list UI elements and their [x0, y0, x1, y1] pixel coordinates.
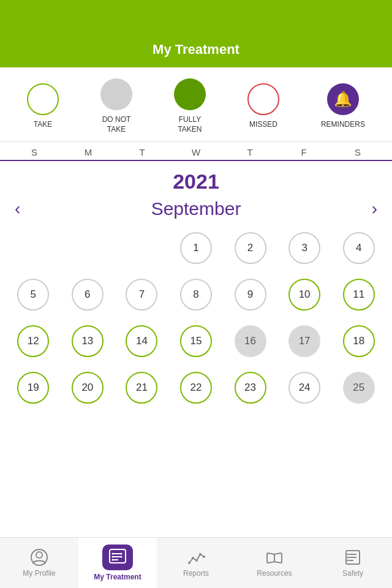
svg-point-15	[203, 556, 205, 558]
cal-day-13[interactable]: 13	[61, 320, 115, 363]
cal-day-20[interactable]: 20	[61, 366, 115, 409]
svg-point-12	[192, 557, 194, 559]
fully-taken-circle	[174, 78, 206, 110]
cal-day-22[interactable]: 22	[169, 366, 224, 409]
cal-day-11[interactable]: 11	[331, 273, 386, 316]
cal-day-21[interactable]: 21	[115, 366, 169, 409]
day-headers: S M T W T F S	[0, 142, 392, 161]
treatment-icon	[108, 547, 127, 565]
svg-point-22	[347, 557, 349, 559]
legend-reminders: 🔔 REMINDERS	[321, 83, 365, 130]
cal-day-14[interactable]: 14	[115, 320, 169, 363]
svg-point-23	[347, 560, 349, 562]
nav-resources[interactable]: Resources	[235, 538, 314, 588]
nav-my-treatment-label: My Treatment	[94, 573, 141, 581]
day-header-thu: T	[223, 147, 277, 157]
nav-resources-label: Resources	[257, 569, 292, 578]
cal-day-8[interactable]: 8	[169, 273, 224, 316]
cal-day-12[interactable]: 12	[6, 320, 61, 363]
svg-point-8	[112, 559, 114, 561]
reports-icon	[187, 548, 205, 567]
cal-cell-empty	[115, 227, 169, 270]
take-circle	[27, 83, 59, 115]
day-header-mon: M	[61, 147, 115, 157]
cal-day-17[interactable]: 17	[277, 320, 332, 363]
nav-reports[interactable]: Reports	[157, 538, 235, 588]
nav-my-treatment[interactable]: My Treatment	[78, 538, 157, 588]
cal-day-6[interactable]: 6	[61, 273, 115, 316]
reminders-circle: 🔔	[327, 83, 359, 115]
day-header-sun: S	[7, 147, 61, 157]
svg-point-21	[347, 554, 349, 556]
next-month-button[interactable]: ›	[372, 199, 377, 219]
calendar-grid: 1 2 3 4 5 6 7 8 9 10 11 12 13 14 15 16 1…	[0, 227, 392, 409]
cal-day-9[interactable]: 9	[223, 273, 277, 316]
day-header-tue: T	[115, 147, 169, 157]
cal-day-3[interactable]: 3	[277, 227, 332, 270]
cal-day-16[interactable]: 16	[223, 320, 277, 363]
nav-my-profile[interactable]: My Profile	[0, 538, 78, 588]
day-header-wed: W	[169, 147, 223, 157]
cal-cell-empty	[6, 227, 61, 270]
header: My Treatment	[0, 0, 392, 67]
safety-icon	[344, 548, 362, 567]
cal-day-2[interactable]: 2	[223, 227, 277, 270]
cal-day-24[interactable]: 24	[277, 366, 332, 409]
fully-taken-label: FULLYTAKEN	[178, 115, 202, 134]
resources-icon	[265, 548, 284, 567]
year-label: 2021	[0, 161, 392, 196]
profile-icon	[30, 548, 48, 567]
prev-month-button[interactable]: ‹	[15, 199, 20, 219]
svg-point-11	[188, 562, 190, 564]
page-title: My Treatment	[153, 42, 239, 58]
cal-day-19[interactable]: 19	[6, 366, 61, 409]
svg-point-6	[112, 553, 114, 555]
nav-my-profile-label: My Profile	[23, 569, 55, 578]
nav-reports-label: Reports	[183, 569, 209, 578]
do-not-take-circle	[100, 78, 132, 110]
legend-take: TAKE	[27, 83, 59, 130]
svg-point-14	[199, 553, 202, 556]
bell-icon: 🔔	[334, 91, 352, 108]
cal-cell-empty	[61, 227, 115, 270]
cal-day-15[interactable]: 15	[169, 320, 224, 363]
day-header-fri: F	[277, 147, 331, 157]
do-not-take-label: DO NOTTAKE	[102, 115, 131, 134]
cal-day-18[interactable]: 18	[331, 320, 386, 363]
month-nav: ‹ September ›	[0, 196, 392, 227]
svg-point-1	[36, 552, 42, 558]
nav-safety-label: Safety	[342, 569, 363, 578]
legend-missed: MISSED	[247, 83, 279, 130]
bottom-nav: My Profile My Treatment	[0, 537, 392, 588]
legend: TAKE DO NOTTAKE FULLYTAKEN MISSED 🔔 REMI…	[0, 67, 392, 142]
missed-circle	[247, 83, 279, 115]
cal-day-4[interactable]: 4	[331, 227, 386, 270]
svg-point-10	[121, 556, 123, 558]
take-label: TAKE	[34, 120, 52, 130]
reminders-label: REMINDERS	[321, 120, 365, 130]
nav-safety[interactable]: Safety	[314, 538, 392, 588]
cal-day-5[interactable]: 5	[6, 273, 61, 316]
legend-do-not-take: DO NOTTAKE	[100, 78, 132, 134]
svg-point-13	[195, 559, 198, 562]
cal-day-7[interactable]: 7	[115, 273, 169, 316]
svg-point-9	[121, 553, 123, 555]
day-header-sat: S	[331, 147, 385, 157]
missed-label: MISSED	[249, 120, 277, 130]
cal-day-25[interactable]: 25	[331, 366, 386, 409]
cal-day-1[interactable]: 1	[169, 227, 224, 270]
month-label: September	[151, 198, 241, 219]
cal-day-10[interactable]: 10	[277, 273, 332, 316]
cal-day-23[interactable]: 23	[223, 366, 277, 409]
legend-fully-taken: FULLYTAKEN	[174, 78, 206, 134]
svg-point-7	[112, 556, 114, 558]
